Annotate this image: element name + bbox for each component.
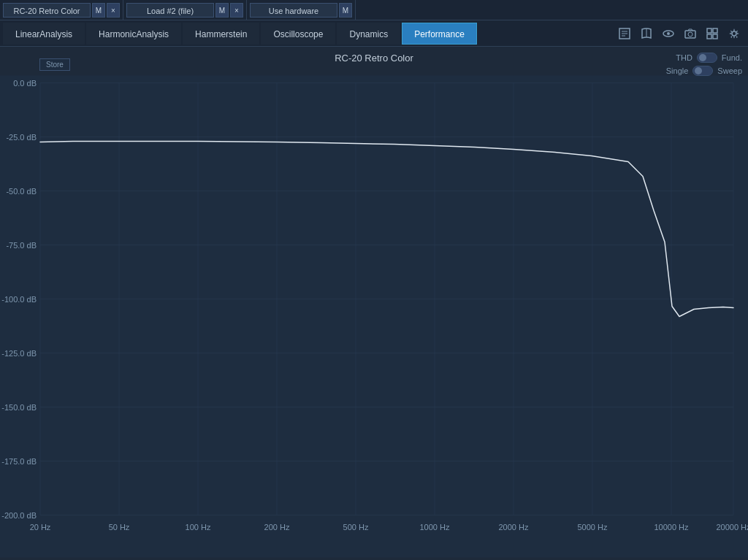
sweep-label: Sweep [717, 66, 742, 75]
thd-toggle[interactable] [697, 53, 717, 63]
book-icon[interactable] [638, 26, 654, 42]
plugin-m-btn-3[interactable]: M [339, 3, 352, 18]
tab-performance[interactable]: Performance [402, 23, 477, 45]
gear-icon[interactable] [726, 26, 742, 42]
main-content: RC-20 Retro Color THD Fund. Single Sweep… [0, 47, 748, 560]
svg-rect-9 [707, 28, 711, 33]
grid-icon[interactable] [704, 26, 720, 42]
plugin-name-2: Load #2 (file) [126, 3, 214, 18]
chart-svg: 0.0 dB -25.0 dB -50.0 dB -75.0 dB -100.0… [0, 73, 748, 560]
svg-point-13 [732, 31, 736, 36]
svg-text:0.0 dB: 0.0 dB [13, 79, 37, 88]
plugin-x-btn-2[interactable]: × [230, 3, 243, 18]
thd-label: THD [676, 53, 692, 62]
toolbar-icons [617, 26, 748, 42]
chart-wrapper: RC-20 Retro Color THD Fund. Single Sweep… [0, 47, 748, 560]
svg-point-8 [688, 32, 692, 37]
svg-text:-150.0 dB: -150.0 dB [1, 403, 37, 412]
store-button[interactable]: Store [39, 58, 70, 71]
chart-title: RC-20 Retro Color [0, 47, 748, 66]
svg-rect-10 [713, 28, 717, 33]
plugin-slot-2: Load #2 (file) M × [123, 0, 247, 20]
thd-control-row: THD Fund. [666, 53, 742, 63]
svg-text:200 Hz: 200 Hz [264, 523, 290, 532]
plugin-x-btn-1[interactable]: × [107, 3, 120, 18]
tab-hammerstein[interactable]: Hammerstein [183, 23, 259, 45]
plugin-slot-3: Use hardware M [247, 0, 356, 20]
svg-point-6 [667, 32, 670, 35]
plugin-name-1: RC-20 Retro Color [3, 3, 91, 18]
svg-text:-125.0 dB: -125.0 dB [1, 349, 37, 358]
single-label: Single [666, 66, 689, 75]
report-icon[interactable] [617, 26, 633, 42]
tab-bar: LinearAnalysis HarmonicAnalysis Hammerst… [0, 20, 748, 47]
camera-icon[interactable] [682, 26, 698, 42]
svg-text:10000 Hz: 10000 Hz [654, 523, 689, 532]
svg-text:50 Hz: 50 Hz [109, 523, 130, 532]
chart-controls: THD Fund. Single Sweep [666, 53, 742, 76]
svg-text:1000 Hz: 1000 Hz [420, 523, 450, 532]
svg-text:100 Hz: 100 Hz [186, 523, 211, 532]
plugin-m-btn-2[interactable]: M [215, 3, 229, 18]
svg-text:-175.0 dB: -175.0 dB [1, 457, 37, 466]
fund-label: Fund. [722, 53, 742, 62]
svg-text:20 Hz: 20 Hz [30, 523, 51, 532]
svg-text:5000 Hz: 5000 Hz [578, 523, 608, 532]
svg-text:20000 Hz: 20000 Hz [716, 523, 748, 532]
svg-text:-75.0 dB: -75.0 dB [6, 241, 37, 250]
tab-dynamics[interactable]: Dynamics [337, 23, 400, 45]
tab-harmonic-analysis[interactable]: HarmonicAnalysis [86, 23, 181, 45]
plugin-name-3: Use hardware [250, 3, 337, 18]
single-toggle[interactable] [692, 66, 713, 76]
tab-oscilloscope[interactable]: Oscilloscope [261, 23, 335, 45]
single-control-row: Single Sweep [666, 66, 742, 76]
svg-text:-50.0 dB: -50.0 dB [6, 187, 37, 196]
svg-text:500 Hz: 500 Hz [343, 523, 369, 532]
svg-rect-11 [707, 34, 711, 39]
svg-text:-200.0 dB: -200.0 dB [1, 511, 37, 520]
eye-icon[interactable] [660, 26, 676, 42]
svg-rect-14 [0, 76, 748, 558]
svg-text:-25.0 dB: -25.0 dB [6, 133, 37, 142]
svg-text:-100.0 dB: -100.0 dB [1, 295, 37, 304]
tab-linear-analysis[interactable]: LinearAnalysis [3, 23, 85, 45]
svg-text:2000 Hz: 2000 Hz [499, 523, 529, 532]
svg-rect-12 [713, 34, 717, 39]
plugin-slot-1: RC-20 Retro Color M × [0, 0, 123, 20]
plugin-m-btn-1[interactable]: M [92, 3, 105, 18]
top-bar: RC-20 Retro Color M × Load #2 (file) M ×… [0, 0, 748, 20]
